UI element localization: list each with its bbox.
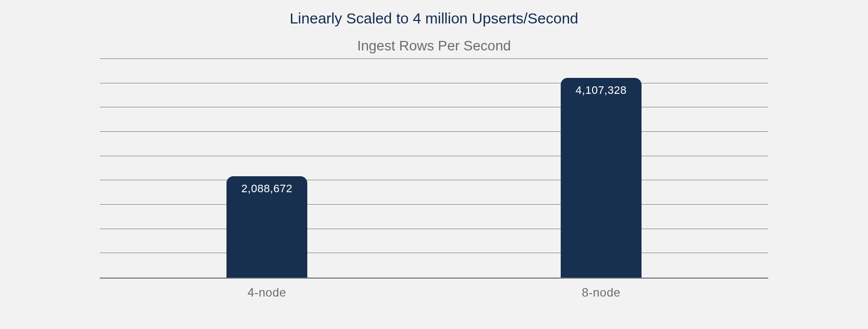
bar: 2,088,672 (226, 176, 307, 278)
chart-container: Linearly Scaled to 4 million Upserts/Sec… (100, 10, 768, 300)
x-axis: 4-node8-node (100, 286, 768, 300)
chart-subtitle: Ingest Rows Per Second (100, 38, 768, 54)
bar-slot: 2,088,672 (100, 59, 434, 278)
plot-area: 2,088,6724,107,328 (100, 59, 768, 279)
bar-value-label: 2,088,672 (226, 182, 307, 195)
x-tick-label: 4-node (100, 286, 434, 300)
chart-title: Linearly Scaled to 4 million Upserts/Sec… (100, 10, 768, 27)
bar-value-label: 4,107,328 (561, 84, 642, 97)
bars-layer: 2,088,6724,107,328 (100, 59, 768, 278)
bar-slot: 4,107,328 (434, 59, 768, 278)
x-tick-label: 8-node (434, 286, 768, 300)
bar: 4,107,328 (561, 78, 642, 278)
